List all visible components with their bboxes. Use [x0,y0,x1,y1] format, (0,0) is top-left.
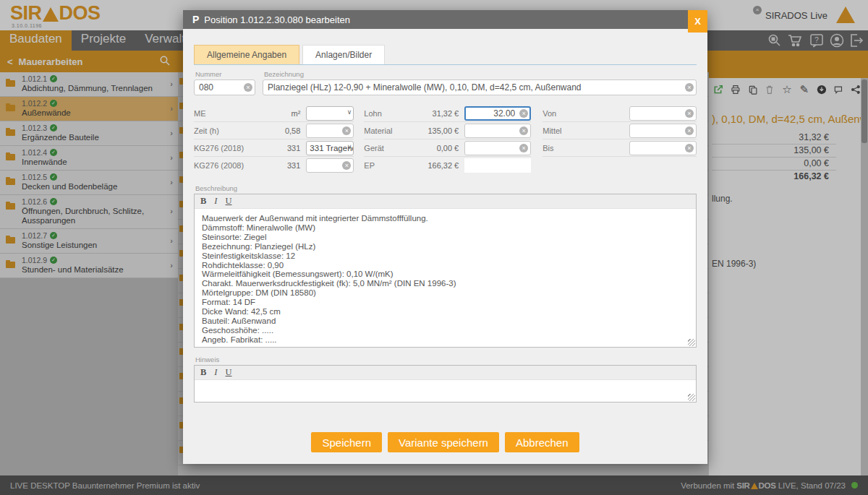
modal-actions: Speichern Variante speichern Abbrechen [183,432,707,452]
beschreibung-label: Beschreibung [195,184,697,192]
tab-allgemeine-angaben[interactable]: Allgemeine Angaben [194,45,299,64]
position-badge: P [192,14,199,25]
variante-speichern-button[interactable]: Variante speichern [388,432,499,452]
modal-header: P Position 1.012.2.30.080 bearbeiten [183,10,707,29]
hinweis-label: Hinweis [195,356,697,363]
speichern-button[interactable]: Speichern [311,432,382,452]
clear-field-icon[interactable]: × [685,144,694,152]
geraet-value: 0,00 € [417,144,459,152]
bis-label: Bis [542,144,629,152]
italic-button[interactable]: I [214,367,217,378]
bezeichnung-input[interactable] [263,79,697,95]
chevron-down-icon: ∨ [347,108,352,116]
me-unit: m² [265,109,300,118]
clear-field-icon[interactable]: × [342,126,351,135]
resize-handle[interactable] [688,339,695,346]
clear-field-icon[interactable]: × [244,83,252,92]
italic-button[interactable]: I [214,196,217,207]
bold-button[interactable]: B [200,367,206,378]
modal-title: Position 1.012.2.30.080 bearbeiten [204,14,350,25]
clear-field-icon[interactable]: × [685,109,694,118]
bezeichnung-label: Bezeichnung [264,70,697,78]
lohn-value: 31,32 € [417,109,459,118]
clear-field-icon[interactable]: × [685,83,694,92]
von-label: Von [542,109,629,118]
kg276-2008-value: 331 [265,161,300,170]
ep-value: 166,32 € [417,161,459,170]
abbrechen-button[interactable]: Abbrechen [505,432,579,452]
edit-position-modal: P Position 1.012.2.30.080 bearbeiten X A… [183,10,707,464]
richtext-toolbar: B I U [195,194,696,209]
kg276-2018-value: 331 [265,144,300,152]
clear-field-icon[interactable]: × [519,126,528,135]
lohn-label: Lohn [364,109,417,118]
mittel-label: Mittel [542,126,629,135]
resize-handle[interactable] [688,394,695,401]
me-label: ME [194,109,265,118]
zeit-label: Zeit (h) [194,126,265,135]
underline-button[interactable]: U [226,196,232,207]
tab-anlagen-bilder[interactable]: Anlagen/Bilder [302,45,385,64]
clear-field-icon[interactable]: × [685,126,694,135]
nummer-label: Nummer [195,70,255,78]
kg276-2018-label: KG276 (2018) [194,144,265,152]
clear-field-icon[interactable]: × [519,109,528,118]
kg276-2008-label: KG276 (2008) [194,161,265,170]
bold-button[interactable]: B [200,196,206,207]
ep-readonly-field [464,158,531,173]
material-label: Material [364,126,417,135]
values-grid: ME m² ∨ Zeit (h) 0,58 × KG276 (2018) 331… [194,105,697,174]
zeit-value: 0,58 [265,126,300,135]
clear-field-icon[interactable]: × [519,144,528,152]
hinweis-editor[interactable]: B I U [194,365,697,403]
beschreibung-editor[interactable]: B I U Mauerwerk der Außenwand mit integr… [194,194,697,348]
underline-button[interactable]: U [226,367,232,378]
geraet-label: Gerät [364,144,417,152]
ep-label: EP [364,161,417,170]
modal-tabs: Allgemeine Angaben Anlagen/Bilder [194,29,697,65]
richtext-toolbar: B I U [195,366,696,380]
chevron-down-icon: ∨ [347,143,352,150]
beschreibung-text[interactable]: Mauerwerk der Außenwand mit integrierter… [195,209,696,350]
material-value: 135,00 € [417,126,459,135]
